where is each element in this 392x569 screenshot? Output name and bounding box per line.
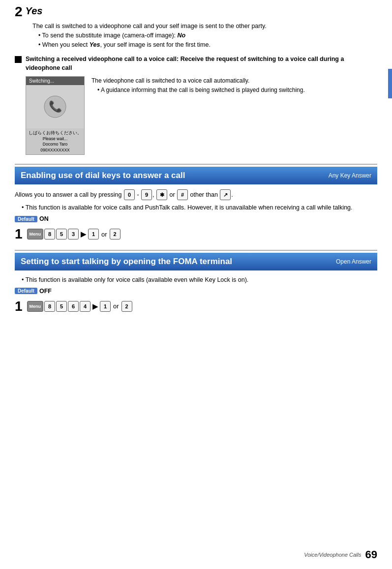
key-hash: # [177,189,188,200]
key-6-open: 6 [68,301,79,312]
phone-wait-en: Please wait... [27,136,83,142]
step2-bullet1-italic: No [178,32,186,39]
any-key-step1-row: 1 Menu 8 5 3 ▶ 1 or 2 [15,227,377,241]
open-answer-subtitle: Open Answer [336,258,371,265]
key-4-open: 4 [80,301,90,312]
key-5-open: 5 [56,301,67,312]
step2-body-text: The call is switched to a videophone cal… [32,22,377,31]
key-1-open: 1 [100,301,111,312]
key-1-any: 1 [88,229,99,240]
open-answer-section: Setting to start talking by opening the … [15,253,377,313]
phone-caption: The videophone call is switched to a voi… [91,76,305,95]
any-key-body: Allows you to answer a call by pressing … [15,189,377,200]
any-key-bullet1: • This function is available for voice c… [22,203,377,212]
switching-section-note: Switching a received videophone call to … [15,55,377,72]
step2-bullet2-suffix: , your self image is sent for the first … [100,41,211,48]
phone-wait-jp: しばらくお待ちください。 [27,130,83,136]
key-9: 9 [141,189,152,200]
open-answer-default-line: Default OFF [15,288,377,295]
key-2-any: 2 [110,229,121,240]
phone-body: 📞 [26,85,84,128]
step-number: 2 [15,5,23,19]
open-answer-title: Setting to start talking by opening the … [21,257,232,267]
section-divider-2 [15,250,377,251]
phone-top-bar: Switching... [26,77,84,85]
black-square-icon [15,56,22,63]
any-key-header: Enabling use of dial keys to answer a ca… [15,167,377,184]
open-answer-step1-row: 1 Menu 8 5 6 4 ▶ 1 or 2 [15,299,377,313]
step2-bullet1: • To send the substitute image (camera-o… [38,31,377,40]
key-2-open: 2 [121,301,132,312]
any-key-title: Enabling use of dial keys to answer a ca… [21,171,185,180]
open-answer-default-badge: Default [15,288,37,294]
open-answer-header: Setting to start talking by opening the … [15,253,377,270]
any-key-default-value: ON [39,215,49,222]
any-key-default-line: Default ON [15,215,377,222]
any-key-default-badge: Default [15,216,37,222]
switching-section-label: Switching a received videophone call to … [26,55,377,72]
caption1: The videophone call is switched to a voi… [91,76,305,86]
footer-text: Voice/Videophone Calls [304,552,361,558]
key-star: ✱ [156,189,167,200]
section-divider-1 [15,164,377,165]
key-0: 0 [124,189,135,200]
step2-bullet2-prefix: When you select [42,41,90,48]
step2-bullet2-italic: Yes [90,41,100,48]
open-answer-bullet1: • This function is available only for vo… [22,275,377,285]
any-key-step1-num: 1 [15,227,23,241]
phone-name: Docomo Taro [27,142,83,148]
phone-call-svg-icon: 📞 [43,94,67,119]
footer-page-number: 69 [365,548,377,561]
step2-bullet2: • When you select Yes, your self image i… [38,40,377,50]
blue-accent-bar [388,69,392,98]
any-key-subtitle: Any Key Answer [329,172,371,179]
step-title: Yes [26,5,43,17]
or-label-any: or [101,231,107,238]
key-call: ↗ [220,189,231,200]
menu-key: Menu [27,229,44,240]
phone-screenshot: Switching... 📞 しばらくお待ちください。 Please wait.… [26,76,85,155]
arrow-right-open: ▶ [92,302,98,310]
page-footer: Voice/Videophone Calls 69 [304,548,377,561]
or-label-open: or [113,302,119,310]
key-8-any: 8 [44,229,55,240]
open-answer-default-value: OFF [39,288,52,295]
svg-text:📞: 📞 [49,100,62,113]
key-3-any: 3 [68,229,79,240]
phone-image-area: Switching... 📞 しばらくお待ちください。 Please wait.… [26,76,377,155]
menu-key-open: Menu [27,301,44,312]
any-key-section: Enabling use of dial keys to answer a ca… [15,167,377,241]
phone-number: 090XXXXXXXX [27,148,83,153]
arrow-right-any: ▶ [81,230,86,238]
key-8-open: 8 [44,301,55,312]
phone-bottom-text: しばらくお待ちください。 Please wait... Docomo Taro … [26,128,84,155]
caption2: • A guidance informing that the call is … [97,86,305,95]
key-5-any: 5 [56,229,67,240]
open-answer-step1-num: 1 [15,299,23,313]
